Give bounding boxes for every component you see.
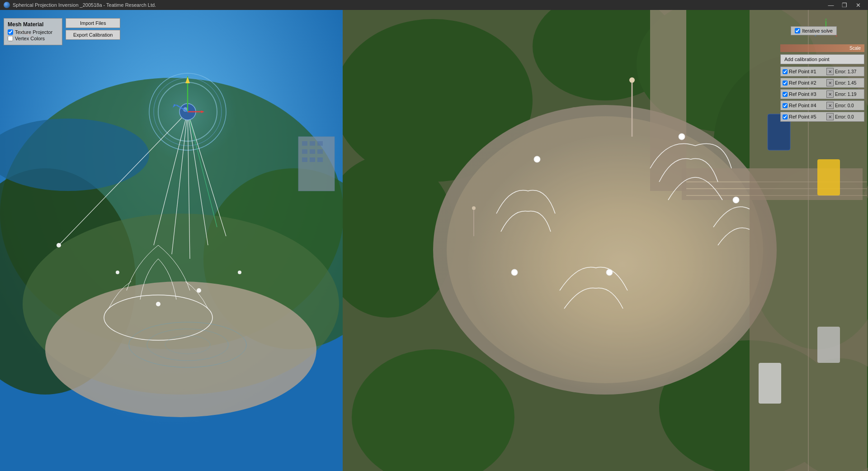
svg-point-33 [197,288,201,293]
titlebar-title: Spherical Projection Inversion _200518a … [13,2,156,8]
vertex-colors-checkbox[interactable] [8,36,13,41]
ref-point-2-close[interactable]: ✕ [826,79,834,86]
gizmo-placeholder [840,18,864,43]
ref-point-1-checkbox[interactable] [783,69,788,74]
svg-rect-76 [759,363,781,404]
svg-point-78 [534,156,540,162]
svg-rect-75 [817,159,840,195]
ref-point-3-checkbox[interactable] [783,92,788,97]
mesh-material-panel: Mesh Material Texture Projector Vertex C… [4,18,62,45]
ref-point-2-label: Ref Point #2 [789,80,825,86]
ref-point-5-error: Error: 0.0 [835,114,862,119]
vertex-colors-label: Vertex Colors [15,36,45,41]
svg-point-35 [116,271,119,274]
ref-point-5-checkbox[interactable] [783,114,788,119]
svg-rect-77 [817,327,840,363]
svg-point-32 [156,302,160,306]
left-viewport-3d[interactable]: x y z Mesh Material Texture Projector Ve… [0,10,343,471]
texture-projector-label: Texture Projector [15,29,52,35]
svg-point-31 [57,243,61,247]
svg-rect-41 [302,149,307,154]
svg-point-80 [733,197,739,203]
close-button[interactable]: ✕ [852,0,864,10]
svg-point-6 [45,281,316,417]
calibration-panel: Iterative solve Scale Add calibration po… [780,18,864,122]
texture-projector-checkbox[interactable] [8,29,13,35]
svg-rect-45 [310,157,315,162]
app-icon [4,2,10,8]
svg-point-34 [238,271,241,274]
ref-point-3-close[interactable]: ✕ [826,90,834,98]
main-area: x y z Mesh Material Texture Projector Ve… [0,10,868,471]
ref-point-3-label: Ref Point #3 [789,91,825,97]
mesh-material-title: Mesh Material [8,21,58,28]
iterative-solve-area: Iterative solve [780,18,864,43]
maximize-button[interactable]: ❐ [838,0,851,10]
iterative-solve-row[interactable]: Iterative solve [791,26,837,35]
titlebar-left: Spherical Projection Inversion _200518a … [4,2,156,8]
ref-point-4-close[interactable]: ✕ [826,102,834,109]
iterative-solve-checkbox[interactable] [795,28,800,33]
svg-rect-38 [302,141,307,146]
texture-projector-row[interactable]: Texture Projector [8,29,58,35]
svg-rect-40 [317,141,323,146]
color-scale-bar: Scale [780,44,864,52]
svg-rect-44 [302,157,307,162]
ref-point-row-4: Ref Point #4 ✕ Error: 0.0 [780,100,864,110]
vertex-colors-row[interactable]: Vertex Colors [8,36,58,41]
ref-point-4-label: Ref Point #4 [789,103,825,108]
svg-point-79 [679,133,685,140]
ref-point-row-2: Ref Point #2 ✕ Error: 1.45 [780,78,864,88]
right-viewport-aerial[interactable]: x y z Iterative solve Scale Add calibrat… [343,10,868,471]
buttons-panel: Import Files Export Calibration [66,18,120,40]
ref-point-5-close[interactable]: ✕ [826,113,834,120]
svg-rect-42 [310,149,315,154]
ref-point-5-label: Ref Point #5 [789,114,825,119]
svg-point-82 [511,269,518,276]
ref-point-row-5: Ref Point #5 ✕ Error: 0.0 [780,112,864,122]
ref-point-1-label: Ref Point #1 [789,69,825,74]
titlebar-controls[interactable]: — ❐ ✕ [825,0,864,10]
svg-rect-39 [310,141,315,146]
svg-point-81 [606,269,613,276]
export-calibration-button[interactable]: Export Calibration [66,30,120,40]
iterative-solve-label: Iterative solve [802,28,833,33]
svg-rect-46 [317,157,323,162]
ref-point-1-close[interactable]: ✕ [826,68,834,75]
svg-point-65 [447,116,763,383]
ref-point-2-error: Error: 1.45 [835,81,862,86]
add-calibration-point-button[interactable]: Add calibration point [780,54,864,64]
scene-svg [0,10,343,471]
svg-rect-66 [650,10,686,191]
ref-point-4-error: Error: 0.0 [835,103,862,108]
ref-point-4-checkbox[interactable] [783,103,788,108]
ref-point-3-error: Error: 1.19 [835,92,862,97]
ref-point-row-3: Ref Point #3 ✕ Error: 1.19 [780,89,864,99]
svg-point-86 [472,206,476,210]
ref-point-1-error: Error: 1.37 [835,69,862,74]
svg-rect-43 [317,149,323,154]
minimize-button[interactable]: — [825,0,837,10]
ref-point-row-1: Ref Point #1 ✕ Error: 1.37 [780,67,864,76]
svg-point-84 [629,77,635,83]
titlebar: Spherical Projection Inversion _200518a … [0,0,868,10]
import-files-button[interactable]: Import Files [66,18,120,28]
ref-point-2-checkbox[interactable] [783,81,788,86]
